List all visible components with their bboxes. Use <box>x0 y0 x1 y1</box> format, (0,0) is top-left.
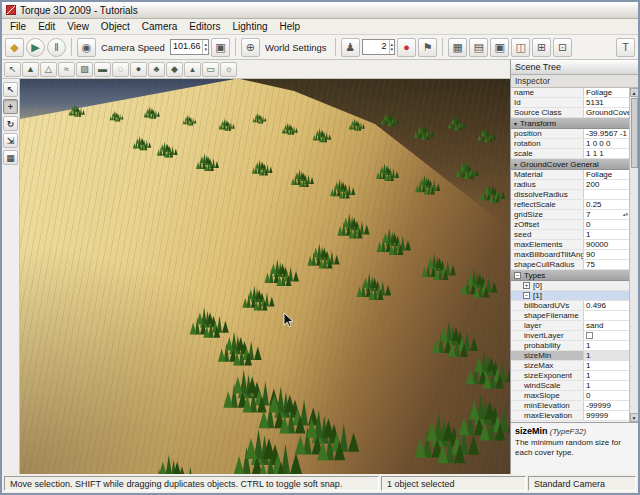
scene-tree-header[interactable]: Scene Tree <box>511 60 638 75</box>
rotate-tool[interactable]: ↻ <box>3 116 18 131</box>
prop-shapecullradius[interactable]: shapeCullRadius75 <box>511 260 629 270</box>
prop-dissolveradius[interactable]: dissolveRadius <box>511 190 629 200</box>
prop-value[interactable]: Foliage <box>583 88 629 97</box>
prop-material[interactable]: MaterialFoliage <box>511 170 629 180</box>
cursor-tool-icon[interactable]: ↖ <box>4 62 21 77</box>
player-count-input[interactable]: 2▴▾ <box>362 39 396 55</box>
status-camera[interactable]: Standard Camera <box>528 476 636 491</box>
prop-value[interactable]: -99999 <box>583 401 629 410</box>
prop-value[interactable]: 1 <box>583 341 629 350</box>
prop-windscale[interactable]: windScale1 <box>511 381 629 391</box>
record-icon[interactable]: ● <box>397 38 416 57</box>
tree-tool-icon[interactable]: ▴ <box>184 62 201 77</box>
pause-button[interactable]: ‖ <box>47 38 66 57</box>
scroll-up-icon[interactable]: ▲ <box>630 88 639 97</box>
prop-value[interactable] <box>583 331 629 340</box>
menu-editors[interactable]: Editors <box>183 20 226 33</box>
prop-minelevation[interactable]: minElevation-99999 <box>511 401 629 411</box>
prop-sizemax[interactable]: sizeMax1 <box>511 361 629 371</box>
prop-rotation[interactable]: rotation1 0 0 0 <box>511 139 629 149</box>
prop-maxelevation[interactable]: maxElevation99999 <box>511 411 629 421</box>
section-groundcover-general[interactable]: ▾GroundCover General <box>511 159 629 170</box>
camera-speed-input-spinner-icon[interactable]: ▴▾ <box>202 40 208 54</box>
prop-probability[interactable]: probability1 <box>511 341 629 351</box>
expand-box-icon[interactable]: + <box>523 282 530 289</box>
prop-layer[interactable]: layersand <box>511 321 629 331</box>
expand-box-icon[interactable]: − <box>523 292 530 299</box>
title-bar[interactable]: Torque 3D 2009 - Tutorials <box>2 2 638 19</box>
menu-camera[interactable]: Camera <box>136 20 184 33</box>
eraser-tool-icon[interactable]: ▭ <box>202 62 219 77</box>
prop-invertlayer[interactable]: invertLayer <box>511 331 629 341</box>
scroll-thumb[interactable] <box>631 98 638 168</box>
section-transform[interactable]: ▾Transform <box>511 118 629 129</box>
prop-seed[interactable]: seed1 <box>511 230 629 240</box>
prop-shapefilename[interactable]: shapeFilename <box>511 311 629 321</box>
collapse-box-icon[interactable]: − <box>514 272 521 279</box>
menu-help[interactable]: Help <box>274 20 307 33</box>
camera-speed-input[interactable]: 101.66▴▾ <box>170 39 209 55</box>
type-node-1[interactable]: −[1] <box>511 291 629 301</box>
brush-hard-icon[interactable]: ● <box>130 62 147 77</box>
menu-lighting[interactable]: Lighting <box>226 20 273 33</box>
player-icon[interactable]: ♟ <box>341 38 360 57</box>
move-tool[interactable]: + <box>3 99 18 114</box>
prop-sizemin[interactable]: sizeMin1 <box>511 351 629 361</box>
prop-zoffset[interactable]: zOffset0 <box>511 220 629 230</box>
menu-edit[interactable]: Edit <box>32 20 61 33</box>
rock-tool-icon[interactable]: ◆ <box>166 62 183 77</box>
prop-value[interactable]: Foliage <box>583 170 629 179</box>
prop-value[interactable]: 99999 <box>583 411 629 420</box>
prop-value[interactable] <box>583 190 629 199</box>
viewport-3d[interactable] <box>20 79 510 474</box>
prop-value[interactable]: 1 1 1 <box>583 149 629 158</box>
object-center-icon[interactable]: ▣ <box>490 38 509 57</box>
prop-value[interactable]: 0.496 <box>583 301 629 310</box>
prop-value[interactable]: 200 <box>583 180 629 189</box>
checkbox[interactable] <box>586 332 593 339</box>
translate-snap-icon[interactable]: ▦ <box>448 38 467 57</box>
scale-tool[interactable]: ⇲ <box>3 133 18 148</box>
prop-value[interactable]: sand <box>583 321 629 330</box>
prop-value[interactable]: 90000 <box>583 240 629 249</box>
prop-position[interactable]: position-39.9567 -1 <box>511 129 629 139</box>
prop-value[interactable]: 0 <box>583 391 629 400</box>
prop-value[interactable]: 1 <box>583 351 629 360</box>
terrain-smooth-icon[interactable]: ≈ <box>58 62 75 77</box>
terrain-raise-icon[interactable]: ▲ <box>22 62 39 77</box>
terrain-flatten-icon[interactable]: ▬ <box>94 62 111 77</box>
terrain-paint-icon[interactable]: ▨ <box>76 62 93 77</box>
prop-maxbillboardtiltangle[interactable]: maxBillboardTiltAngle90 <box>511 250 629 260</box>
prop-source-class[interactable]: Source ClassGroundCover <box>511 108 629 118</box>
prop-billboarduvs[interactable]: billboardUVs0.496 <box>511 301 629 311</box>
section-types[interactable]: −Types <box>511 270 629 281</box>
prop-reflectscale[interactable]: reflectScale0.25 <box>511 200 629 210</box>
prop-maxelements[interactable]: maxElements90000 <box>511 240 629 250</box>
prop-scale[interactable]: scale1 1 1 <box>511 149 629 159</box>
select-tool[interactable]: ↖ <box>3 82 18 97</box>
terrain-lower-icon[interactable]: △ <box>40 62 57 77</box>
grid-snap-icon[interactable]: ▤ <box>469 38 488 57</box>
menu-file[interactable]: File <box>4 20 32 33</box>
flag-icon[interactable]: ⚑ <box>418 38 437 57</box>
inspector-scrollbar[interactable]: ▲ ▼ <box>629 88 638 422</box>
type-node-0[interactable]: +[0] <box>511 281 629 291</box>
prop-value[interactable]: 1 0 0 0 <box>583 139 629 148</box>
prop-value[interactable]: 7▴▾ <box>583 210 629 219</box>
prop-value[interactable]: 75 <box>583 260 629 269</box>
snap-to-terrain-tool[interactable]: ▦ <box>3 150 18 165</box>
prop-value[interactable]: 1 <box>583 371 629 380</box>
prop-name[interactable]: nameFoliage <box>511 88 629 98</box>
prop-value[interactable] <box>583 311 629 320</box>
prop-value[interactable]: 1 <box>583 361 629 370</box>
prop-value[interactable]: 1 <box>583 381 629 390</box>
menu-object[interactable]: Object <box>95 20 136 33</box>
camera-icon[interactable]: ◉ <box>77 38 96 57</box>
bounds-icon[interactable]: ◫ <box>511 38 530 57</box>
gamepad-icon[interactable]: ◆ <box>5 38 24 57</box>
prop-value[interactable]: 5131 <box>583 98 629 107</box>
inspector-header[interactable]: Inspector <box>511 75 638 88</box>
play-button[interactable]: ▶ <box>26 38 45 57</box>
prop-value[interactable]: 0.25 <box>583 200 629 209</box>
prop-value[interactable]: 90 <box>583 250 629 259</box>
